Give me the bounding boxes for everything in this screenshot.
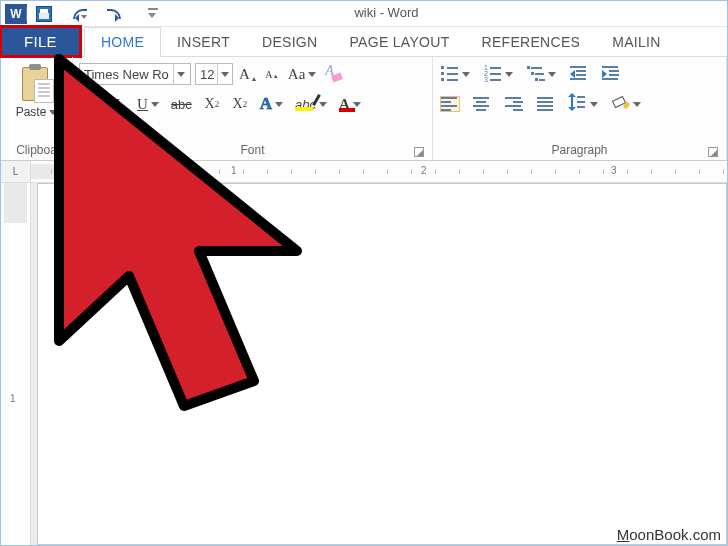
customize-icon <box>145 6 161 22</box>
watermark: MoonBook.com <box>617 526 721 543</box>
tab-home[interactable]: HOME <box>84 27 161 57</box>
text-effects-button[interactable]: A <box>258 93 285 115</box>
numbering-button[interactable] <box>482 63 515 85</box>
caret-down-icon[interactable] <box>217 64 232 84</box>
caret-down-icon <box>462 72 470 77</box>
dialog-launcher-icon[interactable] <box>708 147 718 157</box>
caret-down-icon <box>548 72 556 77</box>
tab-page-layout[interactable]: PAGE LAYOUT <box>333 27 465 56</box>
caret-down-icon <box>505 72 513 77</box>
strikethrough-button[interactable]: abc <box>169 93 194 115</box>
justify-icon <box>537 97 555 111</box>
undo-button[interactable] <box>69 3 89 25</box>
underline-button[interactable]: U <box>135 93 161 115</box>
font-size-combo[interactable]: 12 <box>195 63 233 85</box>
caret-down-icon[interactable] <box>173 64 189 84</box>
change-case-button[interactable]: Aa <box>286 63 319 85</box>
font-name-value: Times New Ro <box>80 67 173 82</box>
decrease-indent-icon <box>570 66 588 82</box>
group-clipboard: Paste Clipboa <box>1 57 73 160</box>
bullets-icon <box>441 66 459 82</box>
align-right-button[interactable] <box>503 93 525 115</box>
increase-indent-icon <box>602 66 620 82</box>
align-left-button[interactable] <box>439 93 461 115</box>
quick-access-toolbar <box>33 3 163 25</box>
align-left-icon <box>441 97 459 111</box>
paste-label: Paste <box>16 105 47 119</box>
save-icon <box>35 5 53 23</box>
caret-down-icon <box>590 102 598 107</box>
font-size-value: 12 <box>196 67 217 82</box>
line-spacing-button[interactable] <box>567 93 600 115</box>
group-paragraph: Paragraph <box>433 57 727 160</box>
subscript-button[interactable]: X2 <box>202 93 222 115</box>
word-window: W wiki - Word FILE HOME INSERT DESIGN PA… <box>0 0 728 546</box>
caret-down-icon <box>633 102 641 107</box>
caret-down-icon <box>151 102 159 107</box>
window-title: wiki - Word <box>354 5 418 20</box>
align-center-button[interactable] <box>471 93 493 115</box>
tab-insert[interactable]: INSERT <box>161 27 246 56</box>
redo-button[interactable] <box>103 3 125 25</box>
justify-button[interactable] <box>535 93 557 115</box>
tab-file[interactable]: FILE <box>0 25 82 58</box>
caret-down-icon <box>308 72 316 77</box>
shrink-font-button[interactable]: A▴ <box>262 63 282 85</box>
title-bar: W wiki - Word <box>1 1 727 27</box>
clear-formatting-icon: A <box>324 65 342 83</box>
font-name-combo[interactable]: Times New Ro <box>79 63 191 85</box>
underline-icon: U <box>137 96 148 113</box>
caret-down-icon <box>49 110 57 115</box>
tab-references[interactable]: REFERENCES <box>466 27 597 56</box>
tab-mailings[interactable]: MAILIN <box>596 27 676 56</box>
shading-icon <box>612 96 630 112</box>
vertical-ruler[interactable]: 1 <box>1 183 31 545</box>
group-label-font: Font <box>79 141 426 160</box>
text-caret <box>128 232 129 250</box>
bold-button[interactable]: B <box>79 93 99 115</box>
dialog-launcher-icon[interactable] <box>54 147 64 157</box>
italic-button[interactable]: I <box>107 93 127 115</box>
page[interactable] <box>37 183 727 545</box>
shrink-font-icon: A▴ <box>265 69 278 80</box>
qat-customize-button[interactable] <box>139 3 163 25</box>
undo-icon <box>71 6 89 22</box>
group-label-paragraph: Paragraph <box>439 141 720 160</box>
group-label-clipboard: Clipboa <box>7 141 66 160</box>
bullets-button[interactable] <box>439 63 472 85</box>
horizontal-ruler[interactable]: L 1 2 3 <box>1 161 727 183</box>
grow-font-button[interactable]: A▴ <box>237 63 258 85</box>
word-badge-icon: W <box>5 4 27 24</box>
multilevel-list-icon <box>527 66 545 82</box>
numbering-icon <box>484 66 502 82</box>
clear-formatting-button[interactable]: A <box>322 63 344 85</box>
ruler-scale: 1 2 3 <box>31 161 727 182</box>
group-font: Times New Ro 12 A▴ A▴ Aa <box>73 57 433 160</box>
change-case-icon: Aa <box>288 66 306 83</box>
caret-down-icon <box>319 102 327 107</box>
caret-down-icon <box>275 102 283 107</box>
paste-button[interactable]: Paste <box>13 61 61 119</box>
tab-design[interactable]: DESIGN <box>246 27 333 56</box>
highlight-icon: abc <box>295 97 316 112</box>
multilevel-list-button[interactable] <box>525 63 558 85</box>
text-effects-icon: A <box>260 94 272 114</box>
superscript-button[interactable]: X2 <box>230 93 250 115</box>
ribbon-tabs: FILE HOME INSERT DESIGN PAGE LAYOUT REFE… <box>1 27 727 57</box>
align-right-icon <box>505 97 523 111</box>
redo-icon <box>105 6 123 22</box>
tab-selector[interactable]: L <box>1 161 31 182</box>
dialog-launcher-icon[interactable] <box>414 147 424 157</box>
align-center-icon <box>473 97 491 111</box>
shading-button[interactable] <box>610 93 643 115</box>
decrease-indent-button[interactable] <box>568 63 590 85</box>
paste-icon <box>20 63 54 103</box>
save-button[interactable] <box>33 3 55 25</box>
line-spacing-icon <box>569 95 587 113</box>
caret-down-icon <box>353 102 361 107</box>
font-color-button[interactable]: A <box>337 93 363 115</box>
grow-font-icon: A▴ <box>239 66 256 83</box>
highlight-button[interactable]: abc <box>293 93 329 115</box>
increase-indent-button[interactable] <box>600 63 622 85</box>
document-area: 1 <box>1 183 727 545</box>
